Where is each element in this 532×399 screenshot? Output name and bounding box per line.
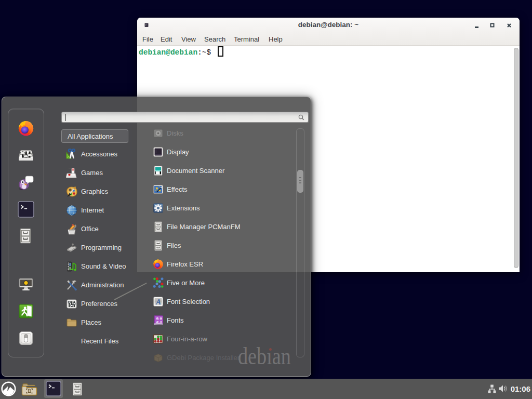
svg-text:a: a (160, 319, 162, 324)
svg-text:A: A (155, 297, 161, 305)
svg-text:a: a (156, 319, 158, 324)
